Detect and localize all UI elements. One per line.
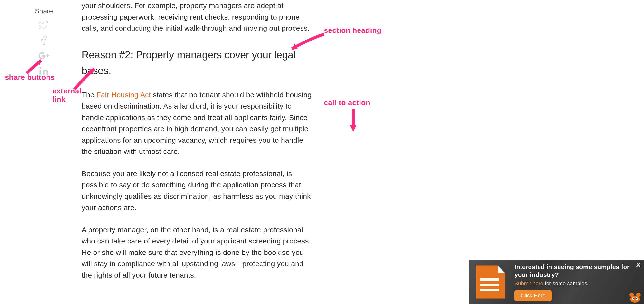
svg-rect-0: [40, 70, 42, 75]
annotation-call-to-action: call to action: [324, 99, 370, 107]
share-icons-list: [27, 20, 61, 78]
annotation-section-heading: section heading: [324, 26, 382, 35]
article-paragraph: Because you are likely not a licensed re…: [82, 168, 316, 214]
facebook-icon: [39, 35, 49, 45]
svg-point-9: [636, 292, 640, 297]
share-twitter-button[interactable]: [39, 20, 49, 31]
share-googleplus-button[interactable]: [39, 51, 49, 62]
google-plus-icon: [39, 51, 49, 61]
svg-marker-3: [498, 266, 505, 273]
article-paragraph: your shoulders. For example, property ma…: [82, 0, 316, 34]
cta-close-button[interactable]: X: [636, 261, 640, 268]
share-sidebar: Share: [27, 7, 61, 78]
cta-submit-link[interactable]: Submit here: [514, 280, 544, 286]
cta-subtext: Submit here for some samples.: [514, 280, 637, 287]
text-fragment: The: [82, 91, 96, 99]
cta-click-here-button[interactable]: Click Here: [514, 290, 552, 301]
section-heading: Reason #2: Property managers cover your …: [82, 47, 316, 79]
article-paragraph: A property manager, on the other hand, i…: [82, 224, 316, 281]
cta-subtext-rest: for some samples.: [544, 280, 589, 286]
share-label: Share: [27, 7, 61, 15]
svg-point-8: [630, 292, 634, 297]
document-icon: [472, 264, 508, 300]
cta-popup: Interested in seeing some samples for yo…: [469, 260, 644, 304]
svg-rect-4: [480, 278, 499, 280]
annotation-external-link: external link: [52, 87, 81, 103]
svg-point-13: [636, 298, 638, 299]
svg-point-1: [40, 67, 42, 69]
share-facebook-button[interactable]: [39, 35, 49, 46]
linkedin-icon: [39, 66, 49, 77]
cta-text-block: Interested in seeing some samples for yo…: [514, 263, 644, 301]
cta-mascot-icon: [628, 292, 642, 302]
svg-rect-5: [480, 283, 499, 286]
cta-headline: Interested in seeing some samples for yo…: [514, 263, 637, 279]
svg-marker-17: [350, 125, 356, 132]
article-body: your shoulders. For example, property ma…: [82, 0, 316, 291]
svg-point-12: [632, 298, 634, 299]
annotation-arrow: [346, 107, 360, 135]
twitter-icon: [39, 20, 49, 30]
share-linkedin-button[interactable]: [39, 66, 49, 78]
article-paragraph: The Fair Housing Act states that no tena…: [82, 89, 316, 157]
fair-housing-act-link[interactable]: Fair Housing Act: [96, 91, 151, 99]
text-fragment: states that no tenant should be withheld…: [82, 91, 312, 156]
svg-rect-6: [480, 289, 499, 291]
